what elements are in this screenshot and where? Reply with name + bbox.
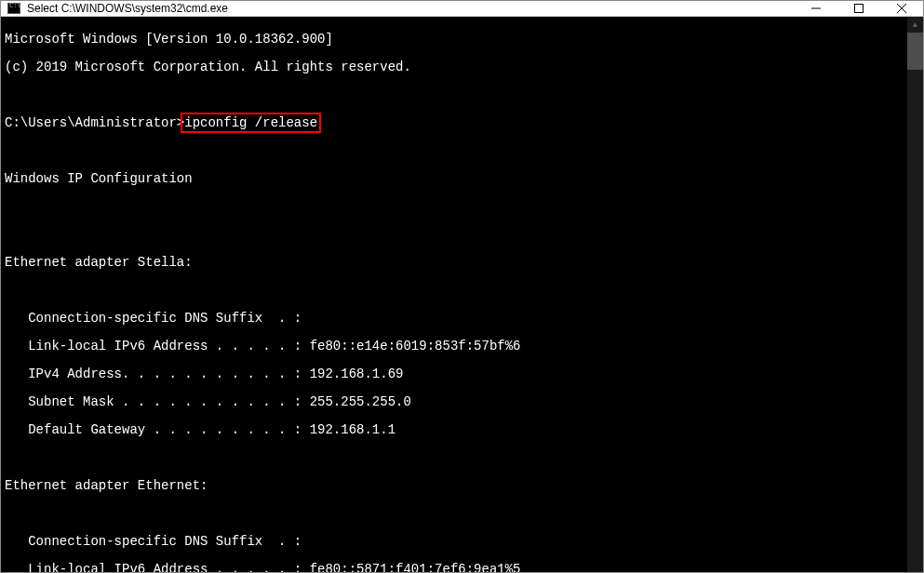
adapter-1-line-5: Default Gateway . . . . . . . . . : 192.… — [5, 423, 905, 437]
adapter-2-header: Ethernet adapter Ethernet: — [5, 479, 905, 493]
adapter-2-line-2: Link-local IPv6 Address . . . . . : fe80… — [5, 563, 905, 573]
blank-line — [5, 88, 905, 102]
svg-rect-1 — [855, 5, 864, 13]
adapter-1-line-3: IPv4 Address. . . . . . . . . . . : 192.… — [5, 367, 905, 381]
prompt: C:\Users\Administrator> — [5, 115, 184, 130]
maximize-button[interactable] — [837, 1, 880, 16]
blank-line — [5, 200, 905, 214]
command-highlight: ipconfig /release — [181, 113, 321, 133]
adapter-1-line-1: Connection-specific DNS Suffix . : — [5, 312, 905, 326]
adapter-1-line-4: Subnet Mask . . . . . . . . . . . : 255.… — [5, 395, 905, 409]
blank-line — [5, 507, 905, 521]
banner-line-2: (c) 2019 Microsoft Corporation. All righ… — [5, 60, 905, 74]
ipconfig-header: Windows IP Configuration — [5, 172, 905, 186]
close-button[interactable] — [880, 1, 923, 16]
prompt-line: C:\Users\Administrator>ipconfig /release — [5, 116, 905, 130]
minimize-button[interactable] — [795, 1, 837, 16]
terminal-wrap: Microsoft Windows [Version 10.0.18362.90… — [1, 17, 923, 573]
window-title: Select C:\WINDOWS\system32\cmd.exe — [27, 2, 795, 15]
blank-line — [5, 284, 905, 298]
adapter-2-line-1: Connection-specific DNS Suffix . : — [5, 535, 905, 549]
terminal[interactable]: Microsoft Windows [Version 10.0.18362.90… — [1, 17, 907, 573]
scroll-thumb[interactable] — [907, 33, 923, 70]
blank-line — [5, 144, 905, 158]
adapter-1-header: Ethernet adapter Stella: — [5, 256, 905, 270]
blank-line — [5, 228, 905, 242]
banner-line-1: Microsoft Windows [Version 10.0.18362.90… — [5, 33, 905, 47]
scrollbar[interactable]: ▲ ▼ — [907, 17, 923, 573]
window-controls — [795, 1, 923, 16]
blank-line — [5, 451, 905, 465]
titlebar[interactable]: Select C:\WINDOWS\system32\cmd.exe — [1, 1, 923, 17]
adapter-1-line-2: Link-local IPv6 Address . . . . . : fe80… — [5, 340, 905, 353]
cmd-icon — [7, 1, 21, 16]
scroll-up-icon[interactable]: ▲ — [907, 17, 923, 33]
